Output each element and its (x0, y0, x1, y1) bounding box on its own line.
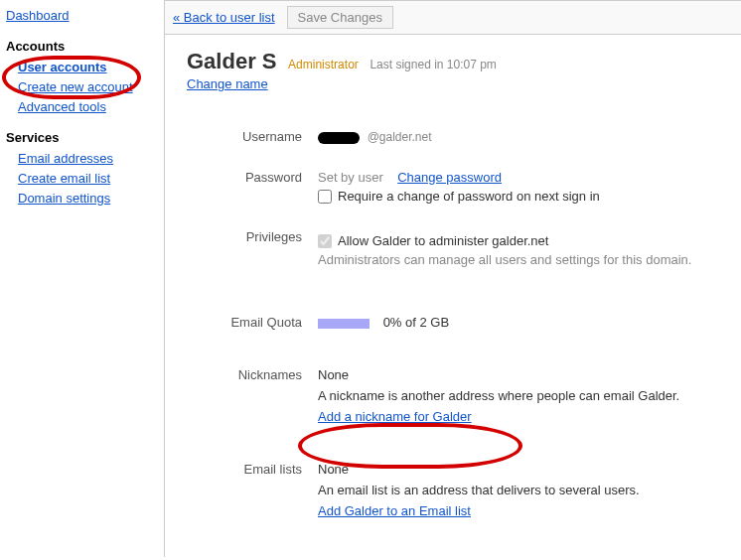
add-to-emaillist-link[interactable]: Add Galder to an Email list (318, 503, 471, 518)
privileges-label: Privileges (187, 229, 318, 244)
quota-label: Email Quota (187, 315, 318, 330)
user-name-title: Galder S (187, 49, 276, 73)
quota-bar (318, 319, 370, 329)
nicknames-none: None (318, 367, 729, 382)
nav-create-account[interactable]: Create new account (18, 79, 133, 94)
password-label: Password (187, 170, 318, 185)
sidebar: Dashboard Accounts User accounts Create … (0, 0, 164, 557)
nicknames-label: Nicknames (187, 367, 318, 382)
nav-advanced-tools[interactable]: Advanced tools (18, 99, 106, 114)
nav-email-addresses[interactable]: Email addresses (18, 151, 113, 166)
quota-text: 0% of 2 GB (383, 315, 449, 330)
main-panel: « Back to user list Save Changes Galder … (164, 0, 741, 557)
back-to-user-list-link[interactable]: « Back to user list (173, 10, 275, 25)
allow-admin-checkbox[interactable] (318, 234, 332, 248)
username-local-redacted (318, 132, 360, 144)
require-password-change-checkbox[interactable] (318, 190, 332, 204)
nav-dashboard[interactable]: Dashboard (6, 8, 70, 23)
nav-create-email-list[interactable]: Create email list (18, 171, 110, 186)
change-name-link[interactable]: Change name (187, 76, 268, 91)
change-password-link[interactable]: Change password (397, 170, 502, 185)
user-header: Galder S Administrator Last signed in 10… (165, 35, 741, 99)
nav-domain-settings[interactable]: Domain settings (18, 191, 110, 206)
allow-admin-label: Allow Galder to administer galder.net (338, 233, 548, 248)
last-signed-in: Last signed in 10:07 pm (370, 58, 496, 71)
emaillists-label: Email lists (187, 462, 318, 477)
privileges-note: Administrators can manage all users and … (318, 252, 729, 267)
add-nickname-link[interactable]: Add a nickname for Galder (318, 409, 472, 424)
toolbar: « Back to user list Save Changes (165, 1, 741, 35)
emaillists-desc: An email list is an address that deliver… (318, 483, 729, 497)
nav-user-accounts[interactable]: User accounts (18, 60, 107, 74)
username-label: Username (187, 129, 318, 144)
username-domain: @galder.net (368, 130, 432, 144)
save-changes-button[interactable]: Save Changes (287, 6, 393, 29)
user-role-badge: Administrator (288, 58, 359, 71)
password-set-by: Set by user (318, 170, 383, 185)
nicknames-desc: A nickname is another address where peop… (318, 388, 729, 403)
emaillists-none: None (318, 462, 729, 477)
require-password-change-label: Require a change of password on next sig… (338, 189, 600, 204)
nav-accounts-header: Accounts (6, 39, 164, 54)
nav-services-header: Services (6, 130, 164, 145)
